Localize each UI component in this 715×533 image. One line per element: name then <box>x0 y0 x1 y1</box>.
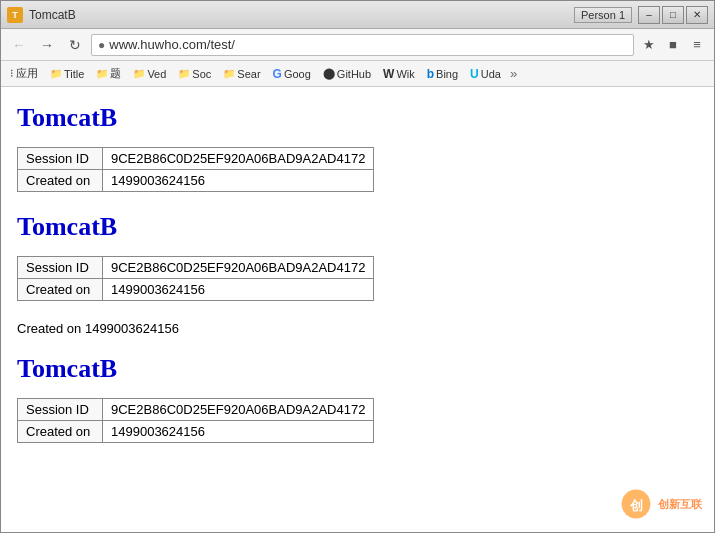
bookmark-soc-label: Soc <box>192 68 211 80</box>
bookmark-github[interactable]: ⬤ GitHub <box>318 66 376 81</box>
watermark-logo-icon: 创 <box>620 488 652 520</box>
section-1: TomcatB Session ID 9CE2B86C0D25EF920A06B… <box>17 103 698 192</box>
bookmark-wik-label: Wik <box>396 68 414 80</box>
bookmark-uda[interactable]: U Uda <box>465 66 506 82</box>
session-id-label-2: Session ID <box>18 257 103 279</box>
udacity-icon: U <box>470 67 479 81</box>
bookmark-ved[interactable]: 📁 Ved <box>128 67 171 81</box>
person-badge: Person 1 <box>574 7 632 23</box>
close-button[interactable]: ✕ <box>686 6 708 24</box>
window-controls: – □ ✕ <box>638 6 708 24</box>
session-table-3: Session ID 9CE2B86C0D25EF920A06BAD9A2AD4… <box>17 398 374 443</box>
app-icon: T <box>7 7 23 23</box>
bookmark-wik[interactable]: W Wik <box>378 66 420 82</box>
watermark: 创 创新互联 <box>620 488 702 520</box>
bookmark-ti-label: 题 <box>110 66 121 81</box>
created-plain-text: Created on 1499003624156 <box>17 321 698 336</box>
section-3: TomcatB Session ID 9CE2B86C0D25EF920A06B… <box>17 354 698 443</box>
heading-1: TomcatB <box>17 103 698 133</box>
heading-2: TomcatB <box>17 212 698 242</box>
bookmark-goog[interactable]: G Goog <box>268 66 316 82</box>
bookmarks-bar: ⁝ 应用 📁 Title 📁 题 📁 Ved 📁 Soc 📁 Sear G Go… <box>1 61 714 87</box>
google-icon: G <box>273 67 282 81</box>
window-title: TomcatB <box>29 8 574 22</box>
minimize-button[interactable]: – <box>638 6 660 24</box>
created-value-3: 1499003624156 <box>103 421 374 443</box>
wikipedia-icon: W <box>383 67 394 81</box>
table-row: Session ID 9CE2B86C0D25EF920A06BAD9A2AD4… <box>18 148 374 170</box>
table-row: Created on 1499003624156 <box>18 279 374 301</box>
watermark-text: 创新互联 <box>658 497 702 512</box>
created-value-2: 1499003624156 <box>103 279 374 301</box>
folder-icon-5: 📁 <box>223 68 235 79</box>
bookmark-goog-label: Goog <box>284 68 311 80</box>
bookmark-soc[interactable]: 📁 Soc <box>173 67 216 81</box>
menu-button[interactable]: ≡ <box>686 34 708 56</box>
section-2: TomcatB Session ID 9CE2B86C0D25EF920A06B… <box>17 212 698 336</box>
created-label-2: Created on <box>18 279 103 301</box>
session-id-value-1: 9CE2B86C0D25EF920A06BAD9A2AD4172 <box>103 148 374 170</box>
nav-bar: ← → ↻ ● www.huwho.com/test/ ★ ■ ≡ <box>1 29 714 61</box>
address-text: www.huwho.com/test/ <box>109 37 627 52</box>
page-content: TomcatB Session ID 9CE2B86C0D25EF920A06B… <box>1 87 714 532</box>
session-id-value-3: 9CE2B86C0D25EF920A06BAD9A2AD4172 <box>103 399 374 421</box>
github-icon: ⬤ <box>323 67 335 80</box>
heading-3: TomcatB <box>17 354 698 384</box>
table-row: Session ID 9CE2B86C0D25EF920A06BAD9A2AD4… <box>18 399 374 421</box>
address-icon: ● <box>98 38 105 52</box>
svg-text:创: 创 <box>629 498 643 513</box>
session-table-2: Session ID 9CE2B86C0D25EF920A06BAD9A2AD4… <box>17 256 374 301</box>
bookmark-ti[interactable]: 📁 题 <box>91 65 126 82</box>
bookmark-ved-label: Ved <box>147 68 166 80</box>
window-frame: T TomcatB Person 1 – □ ✕ ← → ↻ ● www.huw… <box>0 0 715 533</box>
address-bar[interactable]: ● www.huwho.com/test/ <box>91 34 634 56</box>
table-row: Created on 1499003624156 <box>18 170 374 192</box>
back-button[interactable]: ← <box>7 34 31 56</box>
created-label-3: Created on <box>18 421 103 443</box>
folder-icon-2: 📁 <box>96 68 108 79</box>
bookmark-sear[interactable]: 📁 Sear <box>218 67 265 81</box>
bing-icon: b <box>427 67 434 81</box>
bookmark-title-label: Title <box>64 68 84 80</box>
nav-icons-right: ★ ■ ≡ <box>638 34 708 56</box>
created-value-1: 1499003624156 <box>103 170 374 192</box>
bookmark-github-label: GitHub <box>337 68 371 80</box>
created-label-1: Created on <box>18 170 103 192</box>
bookmark-apps[interactable]: ⁝ 应用 <box>5 65 43 82</box>
table-row: Created on 1499003624156 <box>18 421 374 443</box>
title-bar: T TomcatB Person 1 – □ ✕ <box>1 1 714 29</box>
bookmark-apps-label: 应用 <box>16 66 38 81</box>
session-id-value-2: 9CE2B86C0D25EF920A06BAD9A2AD4172 <box>103 257 374 279</box>
session-id-label-1: Session ID <box>18 148 103 170</box>
table-row: Session ID 9CE2B86C0D25EF920A06BAD9A2AD4… <box>18 257 374 279</box>
bookmark-sear-label: Sear <box>237 68 260 80</box>
session-table-1: Session ID 9CE2B86C0D25EF920A06BAD9A2AD4… <box>17 147 374 192</box>
folder-icon: 📁 <box>50 68 62 79</box>
apps-grid-icon: ⁝ <box>10 67 14 80</box>
bookmark-star-button[interactable]: ★ <box>638 34 660 56</box>
more-bookmarks-button[interactable]: » <box>510 66 517 81</box>
forward-button[interactable]: → <box>35 34 59 56</box>
folder-icon-3: 📁 <box>133 68 145 79</box>
refresh-button[interactable]: ↻ <box>63 34 87 56</box>
folder-icon-4: 📁 <box>178 68 190 79</box>
extensions-button[interactable]: ■ <box>662 34 684 56</box>
bookmark-bing[interactable]: b Bing <box>422 66 463 82</box>
session-id-label-3: Session ID <box>18 399 103 421</box>
bookmark-uda-label: Uda <box>481 68 501 80</box>
bookmark-title[interactable]: 📁 Title <box>45 67 89 81</box>
bookmark-bing-label: Bing <box>436 68 458 80</box>
maximize-button[interactable]: □ <box>662 6 684 24</box>
